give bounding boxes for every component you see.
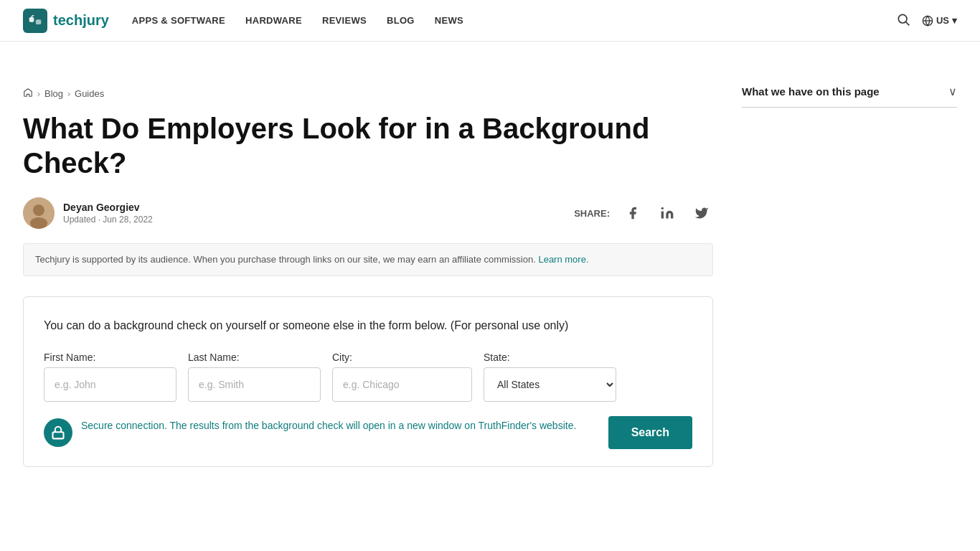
disclaimer-box: Techjury is supported by its audience. W… (23, 243, 713, 276)
content-layout: › Blog › Guides What Do Employers Look f… (23, 70, 957, 490)
author-date: Updated · Jun 28, 2022 (63, 215, 153, 225)
breadcrumb-chevron-1: › (37, 89, 40, 99)
first-name-input[interactable] (44, 367, 176, 402)
logo[interactable]: techjury (23, 9, 109, 33)
author-left: Deyan Georgiev Updated · Jun 28, 2022 (23, 197, 153, 229)
svg-rect-10 (53, 432, 64, 438)
search-button[interactable]: Search (608, 416, 692, 449)
svg-point-8 (30, 217, 47, 229)
author-row: Deyan Georgiev Updated · Jun 28, 2022 SH… (23, 197, 713, 229)
search-icon[interactable] (896, 12, 910, 29)
breadcrumb-guides[interactable]: Guides (75, 88, 104, 99)
disclaimer-text: Techjury is supported by its audience. W… (35, 254, 536, 265)
form-widget: You can do a background check on yoursel… (23, 296, 713, 467)
nav-news[interactable]: NEWS (435, 15, 463, 26)
last-name-label: Last Name: (188, 352, 321, 363)
breadcrumb-chevron-2: › (67, 89, 70, 99)
header-left: techjury APPS & SOFTWARE HARDWARE REVIEW… (23, 9, 463, 33)
nav-blog[interactable]: BLOG (387, 15, 415, 26)
svg-point-9 (661, 207, 664, 209)
breadcrumb-blog[interactable]: Blog (44, 88, 63, 99)
city-field-group: City: (332, 352, 472, 402)
disclaimer-link[interactable]: Learn more. (538, 254, 588, 265)
locale-button[interactable]: US ▾ (922, 15, 957, 27)
logo-text: techjury (53, 12, 109, 29)
first-name-field-group: First Name: (44, 352, 176, 402)
twitter-icon[interactable] (690, 202, 713, 225)
article-title: What Do Employers Look for in a Backgrou… (23, 111, 713, 180)
form-fields: First Name: Last Name: City: State: All … (44, 352, 692, 402)
nav-apps-software[interactable]: APPS & SOFTWARE (132, 15, 225, 26)
svg-rect-0 (29, 17, 34, 22)
share-row: SHARE: (574, 202, 713, 225)
state-select[interactable]: All StatesAlabamaAlaskaArizonaArkansasCa… (484, 367, 616, 402)
logo-icon (23, 9, 47, 33)
globe-icon (922, 15, 933, 27)
lock-icon (44, 418, 72, 447)
locale-chevron-icon: ▾ (952, 15, 957, 26)
sidebar: What we have on this page ∨ (742, 70, 957, 490)
sidebar-toc: What we have on this page ∨ (742, 85, 957, 108)
city-input[interactable] (332, 367, 472, 402)
article-column: › Blog › Guides What Do Employers Look f… (23, 70, 713, 490)
last-name-field-group: Last Name: (188, 352, 321, 402)
author-info: Deyan Georgiev Updated · Jun 28, 2022 (63, 202, 153, 225)
state-label: State: (484, 352, 616, 363)
locale-label: US (936, 15, 949, 26)
svg-rect-1 (36, 19, 42, 24)
home-icon (23, 88, 33, 98)
linkedin-icon[interactable] (656, 202, 679, 225)
form-description: You can do a background check on yoursel… (44, 317, 692, 334)
breadcrumb-home[interactable] (23, 88, 33, 100)
toc-header[interactable]: What we have on this page ∨ (742, 85, 957, 98)
city-label: City: (332, 352, 472, 363)
form-footer: Secure connection. The results from the … (44, 416, 692, 449)
svg-point-2 (898, 14, 907, 23)
secure-text: Secure connection. The results from the … (81, 418, 576, 433)
secure-info: Secure connection. The results from the … (44, 418, 608, 447)
toc-title: What we have on this page (742, 85, 880, 98)
avatar (23, 197, 55, 229)
svg-line-3 (906, 22, 910, 26)
first-name-label: First Name: (44, 352, 176, 363)
main-content: › Blog › Guides What Do Employers Look f… (0, 70, 980, 490)
facebook-icon[interactable] (621, 202, 644, 225)
nav-reviews[interactable]: REVIEWS (322, 15, 367, 26)
toc-chevron-icon: ∨ (948, 85, 957, 98)
author-name: Deyan Georgiev (63, 202, 153, 213)
site-header: techjury APPS & SOFTWARE HARDWARE REVIEW… (0, 0, 980, 42)
breadcrumb: › Blog › Guides (23, 88, 713, 100)
last-name-input[interactable] (188, 367, 321, 402)
share-label: SHARE: (574, 208, 610, 219)
svg-point-7 (33, 204, 44, 216)
state-field-group: State: All StatesAlabamaAlaskaArizonaArk… (484, 352, 616, 402)
main-nav: APPS & SOFTWARE HARDWARE REVIEWS BLOG NE… (132, 15, 463, 26)
header-right: US ▾ (896, 12, 957, 29)
nav-hardware[interactable]: HARDWARE (245, 15, 302, 26)
